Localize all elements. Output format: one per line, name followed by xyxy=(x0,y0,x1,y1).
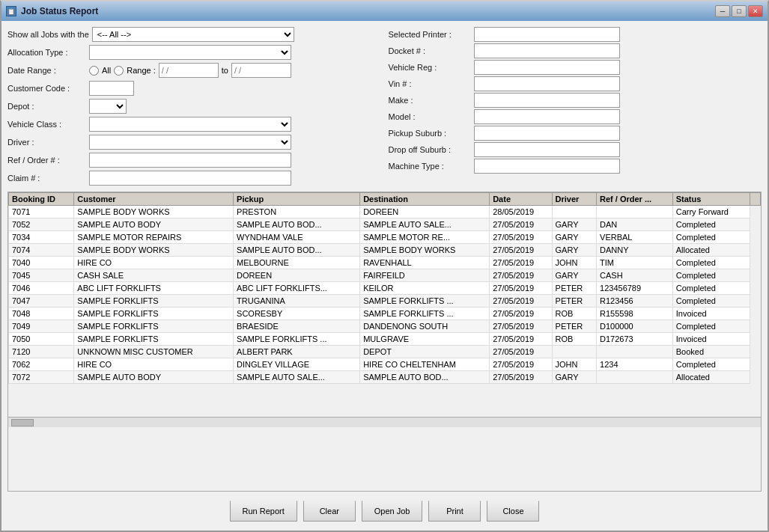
pickup-suburb-input[interactable] xyxy=(474,126,620,141)
data-table-container: Booking ID Customer Pickup Destination D… xyxy=(7,192,762,492)
table-cell: DOREEN xyxy=(234,269,360,282)
col-date[interactable]: Date xyxy=(490,193,552,206)
col-booking-id[interactable]: Booking ID xyxy=(9,193,74,206)
radio-range[interactable] xyxy=(114,66,124,76)
vehicle-class-select[interactable] xyxy=(89,117,291,132)
table-row[interactable]: 7062HIRE CODINGLEY VILLAGEHIRE CO CHELTE… xyxy=(9,358,761,371)
allocation-type-select[interactable] xyxy=(89,45,291,60)
customer-code-input[interactable] xyxy=(89,81,134,96)
table-cell: 7074 xyxy=(9,244,74,257)
make-input[interactable] xyxy=(474,93,620,108)
table-row[interactable]: 7047SAMPLE FORKLIFTSTRUGANINASAMPLE FORK… xyxy=(9,295,761,308)
vehicle-reg-input[interactable] xyxy=(474,60,620,75)
table-cell: 7062 xyxy=(9,358,74,371)
table-row[interactable]: 7045CASH SALEDOREENFAIRFEILD27/05/2019GA… xyxy=(9,269,761,282)
depot-label: Depot : xyxy=(7,102,86,111)
radio-range-label: Range : xyxy=(127,66,156,75)
vehicle-reg-label: Vehicle Reg : xyxy=(389,63,471,72)
table-cell: Invoiced xyxy=(672,308,750,320)
minimize-button[interactable]: ─ xyxy=(715,5,730,17)
table-row[interactable]: 7049SAMPLE FORKLIFTSBRAESIDEDANDENONG SO… xyxy=(9,320,761,333)
table-cell: SAMPLE MOTOR RE... xyxy=(360,231,490,244)
table-cell: SAMPLE AUTO SALE... xyxy=(234,371,360,384)
table-cell: PETER xyxy=(552,295,596,308)
title-bar: 📋 Job Status Report ─ □ ✕ xyxy=(1,1,768,21)
open-job-button[interactable]: Open Job xyxy=(362,501,423,522)
col-destination[interactable]: Destination xyxy=(360,193,490,206)
filter-area: Show all Jobs with the <-- All --> Alloc… xyxy=(7,27,762,186)
radio-all-label: All xyxy=(102,66,111,75)
date-from-input[interactable] xyxy=(159,63,219,78)
col-driver[interactable]: Driver xyxy=(552,193,596,206)
close-button[interactable]: Close xyxy=(487,501,539,522)
table-row[interactable]: 7072SAMPLE AUTO BODYSAMPLE AUTO SALE...S… xyxy=(9,371,761,384)
table-row[interactable]: 7120UNKNOWN MISC CUSTOMERALBERT PARKDEPO… xyxy=(9,346,761,358)
show-all-jobs-select[interactable]: <-- All --> xyxy=(92,27,294,42)
table-row[interactable]: 7052SAMPLE AUTO BODYSAMPLE AUTO BOD...SA… xyxy=(9,218,761,231)
table-cell: Completed xyxy=(672,257,750,269)
depot-select[interactable] xyxy=(89,99,127,114)
table-cell: PRESTON xyxy=(234,206,360,218)
table-row[interactable]: 7046ABC LIFT FORKLIFTSABC LIFT FORKLIFTS… xyxy=(9,282,761,295)
table-row[interactable]: 7048SAMPLE FORKLIFTSSCORESBYSAMPLE FORKL… xyxy=(9,308,761,320)
col-status[interactable]: Status xyxy=(672,193,750,206)
dropoff-suburb-input[interactable] xyxy=(474,142,620,157)
right-filters: Selected Printer : Brother MFC-L2720DW s… xyxy=(389,27,762,186)
vehicle-reg-row: Vehicle Reg : xyxy=(389,60,762,75)
table-row[interactable]: 7071SAMPLE BODY WORKSPRESTONDOREEN28/05/… xyxy=(9,206,761,218)
table-cell: Carry Forward xyxy=(672,206,750,218)
run-report-button[interactable]: Run Report xyxy=(230,501,297,522)
claim-input[interactable] xyxy=(89,171,291,186)
table-cell: Completed xyxy=(672,282,750,295)
table-row[interactable]: 7074SAMPLE BODY WORKSSAMPLE AUTO BOD...S… xyxy=(9,244,761,257)
show-all-jobs-row: Show all Jobs with the <-- All --> xyxy=(7,27,381,42)
table-body: 7071SAMPLE BODY WORKSPRESTONDOREEN28/05/… xyxy=(9,206,761,384)
table-cell: ABC LIFT FORKLIFTS xyxy=(74,282,234,295)
table-cell: SAMPLE AUTO BOD... xyxy=(234,218,360,231)
date-to-input[interactable] xyxy=(231,63,291,78)
docket-input[interactable] xyxy=(474,43,620,58)
table-cell: Completed xyxy=(672,358,750,371)
table-cell: TRUGANINA xyxy=(234,295,360,308)
driver-select[interactable] xyxy=(89,135,291,150)
date-range-label: Date Range : xyxy=(7,66,86,75)
table-row[interactable]: 7034SAMPLE MOTOR REPAIRSWYNDHAM VALESAMP… xyxy=(9,231,761,244)
col-pickup[interactable]: Pickup xyxy=(234,193,360,206)
table-cell: GARY xyxy=(552,371,596,384)
clear-button[interactable]: Clear xyxy=(303,501,356,522)
content-area: Show all Jobs with the <-- All --> Alloc… xyxy=(1,21,768,531)
table-cell: DAN xyxy=(597,218,673,231)
vin-input[interactable] xyxy=(474,76,620,91)
table-cell: 1234 xyxy=(597,358,673,371)
table-row[interactable]: 7050SAMPLE FORKLIFTSSAMPLE FORKLIFTS ...… xyxy=(9,333,761,346)
pickup-suburb-label: Pickup Suburb : xyxy=(389,129,471,138)
table-scroll-area[interactable]: Booking ID Customer Pickup Destination D… xyxy=(8,192,761,417)
main-window: 📋 Job Status Report ─ □ ✕ Show all Jobs … xyxy=(0,0,769,532)
left-filters: Show all Jobs with the <-- All --> Alloc… xyxy=(7,27,381,186)
col-customer[interactable]: Customer xyxy=(74,193,234,206)
table-cell: SAMPLE FORKLIFTS xyxy=(74,333,234,346)
table-cell: R155598 xyxy=(597,308,673,320)
table-cell: ALBERT PARK xyxy=(234,346,360,358)
allocation-type-row: Allocation Type : xyxy=(7,45,381,60)
table-cell: SAMPLE FORKLIFTS ... xyxy=(360,295,490,308)
ref-order-label: Ref / Order # : xyxy=(7,156,86,165)
table-cell: JOHN xyxy=(552,257,596,269)
table-cell: ROB xyxy=(552,308,596,320)
table-cell: MELBOURNE xyxy=(234,257,360,269)
table-cell: PETER xyxy=(552,282,596,295)
date-range-options: All Range : to xyxy=(89,63,291,78)
table-cell: DEPOT xyxy=(360,346,490,358)
model-input[interactable] xyxy=(474,109,620,124)
close-window-button[interactable]: ✕ xyxy=(748,5,763,17)
col-ref-order[interactable]: Ref / Order ... xyxy=(597,193,673,206)
horizontal-scrollbar[interactable] xyxy=(8,417,761,427)
selected-printer-input[interactable]: Brother MFC-L2720DW series xyxy=(474,27,620,42)
machine-type-input[interactable] xyxy=(474,159,620,174)
radio-all[interactable] xyxy=(89,66,99,76)
claim-label: Claim # : xyxy=(7,174,86,183)
print-button[interactable]: Print xyxy=(428,501,481,522)
table-row[interactable]: 7040HIRE COMELBOURNERAVENHALL27/05/2019J… xyxy=(9,257,761,269)
maximize-button[interactable]: □ xyxy=(732,5,747,17)
ref-order-input[interactable] xyxy=(89,153,291,168)
